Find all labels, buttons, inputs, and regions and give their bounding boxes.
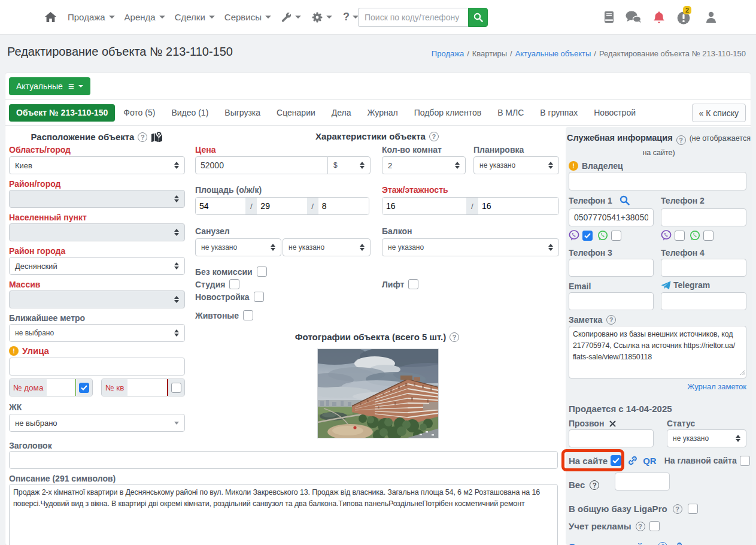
on-site-checkbox[interactable] bbox=[611, 455, 621, 466]
search-input[interactable] bbox=[358, 8, 468, 27]
clear-x-icon[interactable] bbox=[609, 420, 616, 427]
phone1-input[interactable] bbox=[569, 208, 654, 226]
object-photo[interactable] bbox=[317, 349, 439, 438]
currency-select[interactable]: $ bbox=[327, 156, 371, 174]
back-to-list-button[interactable]: « К списку bbox=[692, 104, 746, 122]
city-district-select[interactable]: Деснянский bbox=[9, 257, 185, 275]
tab-photo[interactable]: Фото (5) bbox=[123, 108, 155, 117]
no-commission-checkbox[interactable] bbox=[257, 267, 267, 277]
telegram-input[interactable] bbox=[661, 292, 746, 310]
menu-deals[interactable]: Сделки bbox=[175, 12, 215, 22]
house-checkbox[interactable] bbox=[79, 383, 89, 393]
help-icon[interactable]: ? bbox=[590, 480, 599, 490]
notifications-bell-icon[interactable] bbox=[653, 11, 665, 24]
note-textarea[interactable]: Скопировано из базы внешних источников, … bbox=[569, 326, 746, 379]
floor-input[interactable] bbox=[382, 198, 466, 214]
tab-journal[interactable]: Журнал bbox=[368, 108, 398, 117]
on-main-checkbox[interactable] bbox=[740, 456, 750, 466]
qr-link[interactable]: QR bbox=[643, 456, 657, 466]
view-on-site-link[interactable]: Смотреть на сайте bbox=[569, 541, 652, 545]
resize-handle-icon[interactable] bbox=[740, 367, 745, 377]
layout-select[interactable]: не указано bbox=[473, 156, 559, 174]
alerts-icon[interactable]: 2 bbox=[677, 10, 691, 25]
animals-checkbox[interactable] bbox=[243, 310, 253, 320]
menu-tools[interactable] bbox=[281, 12, 301, 23]
help-icon[interactable]: ? bbox=[606, 315, 616, 325]
floors-total-input[interactable] bbox=[478, 198, 558, 214]
breadcrumb-actual-objects[interactable]: Актуальные объекты bbox=[515, 49, 591, 58]
complex-select[interactable]: не выбрано bbox=[9, 414, 185, 432]
menu-help[interactable]: ? bbox=[343, 11, 359, 23]
tab-newbuild[interactable]: Новострой bbox=[594, 108, 636, 117]
phone2-input[interactable] bbox=[661, 208, 746, 226]
call-input[interactable] bbox=[569, 429, 654, 447]
phone3-input[interactable] bbox=[569, 259, 654, 277]
tab-object-active[interactable]: Объект № 213-110-150 bbox=[9, 104, 115, 122]
phone2-whatsapp-checkbox[interactable] bbox=[703, 231, 714, 241]
help-icon[interactable]: ? bbox=[138, 132, 147, 142]
menu-rent[interactable]: Аренда bbox=[125, 12, 165, 22]
menu-services[interactable]: Сервисы bbox=[224, 12, 271, 22]
search-button[interactable] bbox=[468, 8, 488, 27]
area-total-input[interactable] bbox=[196, 198, 245, 214]
phone-search-icon[interactable] bbox=[620, 195, 630, 205]
status-select[interactable]: не указано bbox=[667, 429, 746, 447]
bathroom-select-2[interactable]: не указано bbox=[283, 238, 371, 256]
studio-checkbox[interactable] bbox=[229, 279, 239, 289]
metro-select[interactable]: не выбрано bbox=[9, 324, 185, 342]
home-icon[interactable] bbox=[45, 12, 56, 22]
actual-filter-button[interactable]: Актуальные ≡ bbox=[9, 77, 90, 95]
email-input[interactable] bbox=[569, 292, 654, 310]
notes-journal-link[interactable]: Журнал заметок bbox=[687, 382, 746, 391]
breadcrumb-sale[interactable]: Продажа bbox=[432, 49, 464, 58]
ads-checkbox[interactable] bbox=[649, 521, 660, 531]
tab-export[interactable]: Выгрузка bbox=[224, 108, 260, 117]
street-input[interactable] bbox=[9, 358, 185, 376]
weight-input[interactable] bbox=[615, 473, 670, 490]
object-title-input[interactable] bbox=[9, 451, 558, 469]
menu-sale[interactable]: Продажа bbox=[68, 12, 115, 22]
apartment-number-input[interactable] bbox=[127, 379, 167, 396]
warning-icon: ! bbox=[569, 161, 578, 171]
balcony-select[interactable]: не указано bbox=[382, 238, 559, 256]
elevator-checkbox[interactable] bbox=[408, 279, 418, 289]
messages-icon[interactable] bbox=[626, 11, 641, 23]
help-icon[interactable]: ? bbox=[658, 542, 667, 545]
house-number-input[interactable] bbox=[47, 379, 75, 396]
tab-mls[interactable]: В МЛС bbox=[497, 108, 524, 117]
help-icon[interactable]: ? bbox=[636, 522, 645, 531]
tab-client-match[interactable]: Подбор клиентов bbox=[414, 108, 481, 117]
tab-scenarios[interactable]: Сценарии bbox=[277, 108, 315, 117]
menu-settings[interactable] bbox=[312, 12, 332, 23]
user-profile-icon[interactable] bbox=[706, 11, 716, 23]
price-input[interactable] bbox=[195, 156, 328, 174]
region-select[interactable]: Киев bbox=[9, 156, 185, 174]
new-building-checkbox[interactable] bbox=[254, 292, 264, 302]
massif-select[interactable] bbox=[9, 290, 185, 308]
settlement-select[interactable] bbox=[9, 223, 185, 241]
bathroom-select-1[interactable]: не указано bbox=[195, 238, 281, 256]
help-icon[interactable]: ? bbox=[450, 332, 459, 342]
tab-tasks[interactable]: Дела bbox=[332, 108, 351, 117]
tab-video[interactable]: Видео (1) bbox=[171, 108, 208, 117]
phone1-viber-checkbox[interactable] bbox=[582, 231, 593, 241]
area-kitchen-input[interactable] bbox=[318, 198, 369, 214]
tab-groups[interactable]: В группах bbox=[540, 108, 578, 117]
site-link-icon[interactable] bbox=[673, 542, 682, 545]
phone4-input[interactable] bbox=[661, 259, 746, 277]
apartment-checkbox[interactable] bbox=[171, 383, 181, 393]
phone1-whatsapp-checkbox[interactable] bbox=[611, 231, 621, 241]
district-select[interactable] bbox=[9, 190, 185, 208]
ligapro-checkbox[interactable] bbox=[688, 504, 698, 514]
help-icon[interactable]: ? bbox=[676, 135, 686, 145]
site-link-icon[interactable] bbox=[628, 456, 637, 465]
phone2-viber-checkbox[interactable] bbox=[675, 231, 685, 241]
area-living-input[interactable] bbox=[257, 198, 306, 214]
journal-icon[interactable] bbox=[605, 11, 614, 23]
rooms-select[interactable]: 2 bbox=[382, 156, 466, 174]
help-icon[interactable]: ? bbox=[429, 132, 439, 141]
owner-input[interactable] bbox=[569, 172, 746, 190]
description-textarea[interactable]: Продаж 2-х кімнатної квартири в Деснянсь… bbox=[9, 484, 558, 545]
help-icon[interactable]: ? bbox=[673, 504, 682, 514]
map-icon[interactable] bbox=[151, 131, 163, 143]
